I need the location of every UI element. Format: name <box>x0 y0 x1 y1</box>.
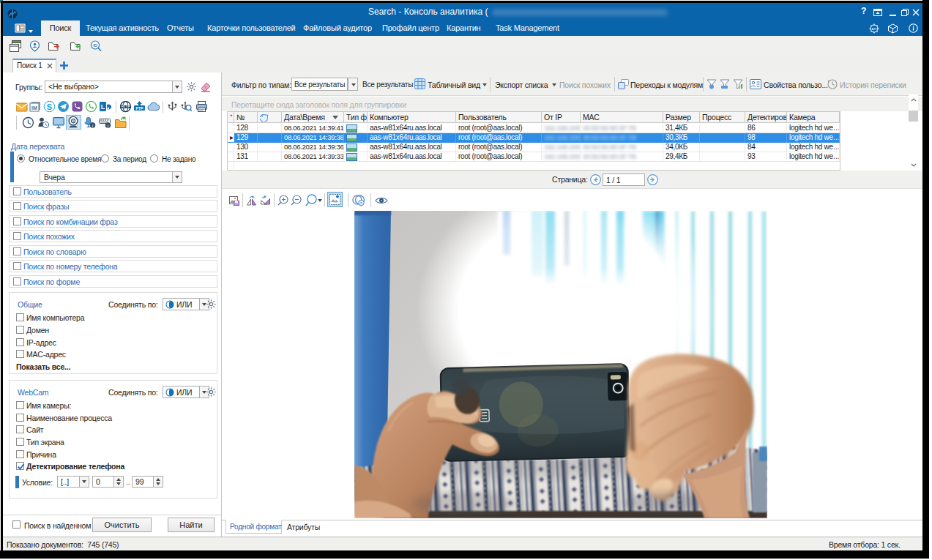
svg-text:S: S <box>47 102 52 111</box>
svg-text:i: i <box>108 123 109 128</box>
svg-text:HTTP: HTTP <box>122 105 130 108</box>
svg-text:API: API <box>871 27 876 31</box>
svg-text:FTP: FTP <box>135 106 143 111</box>
svg-text:IM: IM <box>31 105 37 111</box>
svg-text:ID: ID <box>93 43 97 48</box>
svg-text:L: L <box>101 103 105 111</box>
svg-text:i: i <box>92 123 94 128</box>
